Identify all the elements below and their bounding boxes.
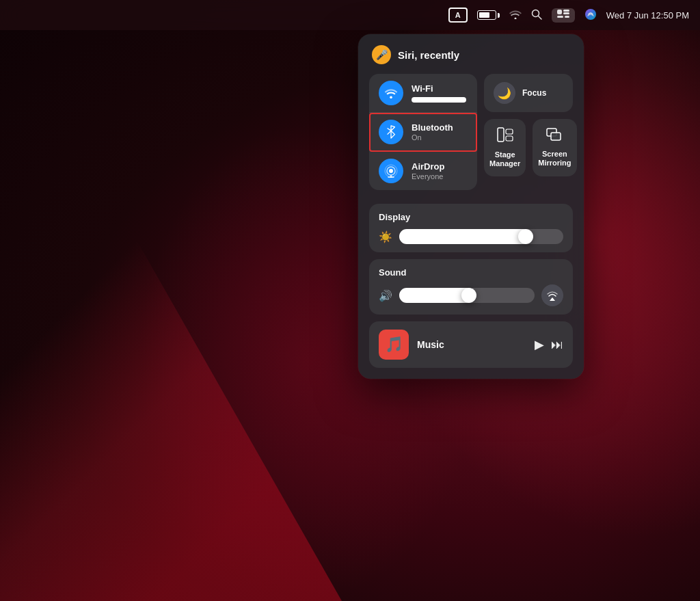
siri-label: Siri, recently (398, 49, 459, 61)
control-center-panel: 🎤 Siri, recently Wi-Fi (358, 34, 584, 379)
brightness-thumb[interactable] (518, 229, 533, 244)
airdrop-subtitle: Everyone (412, 172, 468, 181)
main-tile-row: Wi-Fi Bluetooth On (369, 74, 573, 197)
music-section: 🎵 Music ▶ ⏭ (369, 321, 573, 368)
volume-thumb[interactable] (461, 288, 476, 303)
stage-manager-icon (497, 127, 513, 146)
volume-fill (399, 288, 474, 303)
network-tile-group: Wi-Fi Bluetooth On (369, 74, 477, 190)
music-app-icon: 🎵 (379, 330, 409, 360)
play-button[interactable]: ▶ (535, 337, 544, 352)
bluetooth-info: Bluetooth On (412, 122, 468, 142)
svg-rect-4 (563, 12, 569, 14)
svg-rect-5 (557, 16, 563, 18)
volume-icon: 🔊 (379, 289, 392, 302)
svg-rect-13 (506, 136, 513, 141)
dual-tile-row: Stage Manager Screen Mirroring (484, 119, 573, 176)
focus-icon: 🌙 (494, 82, 515, 104)
display-section: Display ☀️ (369, 204, 573, 252)
svg-rect-12 (506, 129, 513, 134)
desktop-background (0, 0, 700, 601)
keyboard-icon[interactable]: A (448, 8, 468, 23)
battery-fill (479, 12, 489, 18)
svg-rect-2 (557, 10, 562, 14)
svg-rect-3 (563, 10, 569, 12)
brightness-slider[interactable] (399, 229, 563, 244)
menu-bar: A (0, 0, 700, 30)
airplay-audio-icon[interactable] (541, 284, 563, 306)
wifi-menubar-icon[interactable] (509, 10, 522, 21)
bluetooth-title: Bluetooth (412, 122, 468, 133)
bluetooth-subtitle: On (412, 133, 468, 142)
battery-tip (498, 13, 500, 18)
display-label: Display (379, 212, 563, 222)
brightness-icon: ☀️ (379, 230, 392, 243)
wifi-status-bar (412, 97, 466, 103)
stage-manager-tile[interactable]: Stage Manager (484, 119, 526, 176)
airdrop-info: AirDrop Everyone (412, 161, 468, 181)
display-slider-row: ☀️ (379, 229, 563, 244)
datetime-display[interactable]: Wed 7 Jun 12:50 PM (606, 10, 689, 21)
wifi-icon-circle (379, 81, 403, 105)
menu-bar-icons: A (448, 8, 689, 23)
battery-icon (477, 10, 500, 20)
skip-button[interactable]: ⏭ (551, 338, 563, 352)
bluetooth-icon-circle (379, 120, 403, 144)
svg-rect-11 (498, 128, 504, 142)
battery-body (477, 10, 496, 20)
siri-menubar-icon[interactable] (584, 8, 597, 23)
svg-rect-15 (551, 133, 561, 140)
focus-label: Focus (522, 88, 546, 98)
right-tiles: 🌙 Focus Stage Manager (484, 74, 573, 197)
sound-section: Sound 🔊 (369, 259, 573, 315)
brightness-fill (399, 229, 530, 244)
screen-mirroring-label: Screen Mirroring (538, 150, 571, 168)
wifi-title: Wi-Fi (412, 83, 468, 94)
svg-point-8 (389, 169, 393, 173)
wifi-info: Wi-Fi (412, 83, 468, 103)
airdrop-tile[interactable]: AirDrop Everyone (369, 152, 477, 190)
svg-line-1 (538, 16, 541, 19)
control-center-icon[interactable] (552, 8, 575, 23)
volume-slider[interactable] (399, 288, 535, 303)
bluetooth-tile[interactable]: Bluetooth On (369, 113, 477, 152)
siri-header[interactable]: 🎤 Siri, recently (369, 45, 573, 64)
screen-mirroring-tile[interactable]: Screen Mirroring (533, 119, 576, 176)
airdrop-icon-circle (379, 159, 403, 183)
wifi-tile[interactable]: Wi-Fi (369, 74, 477, 113)
focus-tile[interactable]: 🌙 Focus (484, 74, 573, 112)
sound-label: Sound (379, 267, 563, 278)
desktop-shape (0, 0, 342, 601)
music-label: Music (417, 339, 526, 350)
airdrop-title: AirDrop (412, 161, 468, 172)
stage-manager-label: Stage Manager (489, 150, 520, 168)
screen-mirroring-icon (546, 128, 563, 146)
sound-slider-row: 🔊 (379, 284, 563, 306)
music-controls: ▶ ⏭ (535, 337, 563, 352)
siri-mic-icon: 🎤 (372, 45, 391, 64)
search-menubar-icon[interactable] (531, 9, 542, 22)
svg-rect-6 (565, 16, 569, 18)
